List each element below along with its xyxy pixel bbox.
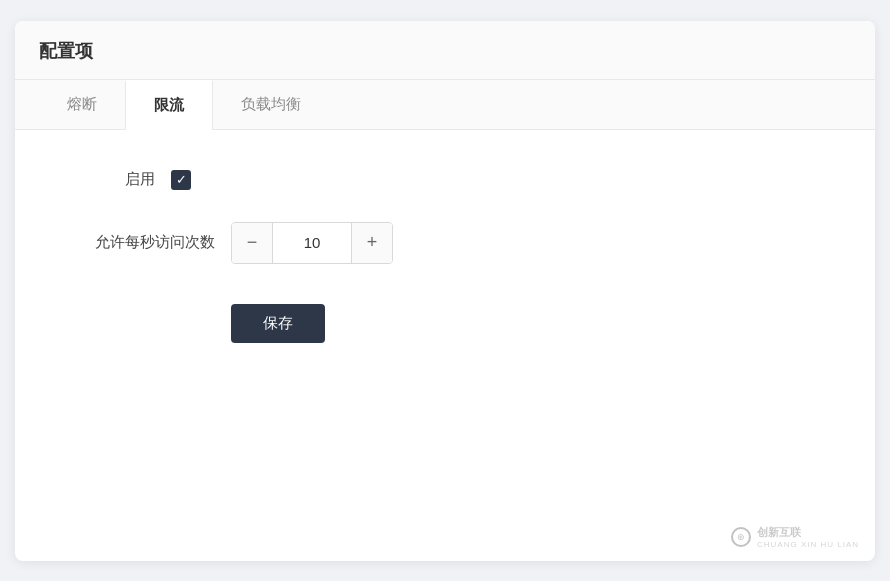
- access-label: 允许每秒访问次数: [75, 233, 215, 252]
- content-area: 启用 ✓ 允许每秒访问次数 − 10 + 保存: [15, 130, 875, 383]
- enable-checkbox[interactable]: ✓: [171, 170, 191, 190]
- page-header: 配置项: [15, 21, 875, 80]
- access-row: 允许每秒访问次数 − 10 +: [75, 222, 815, 264]
- save-button[interactable]: 保存: [231, 304, 325, 343]
- tab-rate-limit[interactable]: 限流: [125, 80, 213, 130]
- tab-fusing[interactable]: 熔断: [39, 80, 125, 129]
- watermark: ⊛ 创新互联 CHUANG XIN HU LIAN: [731, 525, 859, 549]
- save-row: 保存: [75, 304, 815, 343]
- access-value-display: 10: [272, 223, 352, 263]
- watermark-icon: ⊛: [731, 527, 751, 547]
- tab-load-balance[interactable]: 负载均衡: [213, 80, 329, 129]
- enable-row: 启用 ✓: [75, 170, 815, 190]
- decrement-button[interactable]: −: [232, 223, 272, 263]
- page-title: 配置项: [39, 41, 93, 61]
- checkbox-wrapper: ✓: [171, 170, 191, 190]
- watermark-icon-symbol: ⊛: [737, 532, 745, 542]
- main-container: 配置项 熔断 限流 负载均衡 启用 ✓ 允许每秒访问次数 − 10 + 保存: [15, 21, 875, 561]
- increment-button[interactable]: +: [352, 223, 392, 263]
- tabs-container: 熔断 限流 负载均衡: [15, 80, 875, 130]
- watermark-pinyin: CHUANG XIN HU LIAN: [757, 540, 859, 549]
- number-input-group: − 10 +: [231, 222, 393, 264]
- watermark-text-block: 创新互联 CHUANG XIN HU LIAN: [757, 525, 859, 549]
- enable-label: 启用: [75, 170, 155, 189]
- watermark-company: 创新互联: [757, 525, 859, 540]
- checkmark-icon: ✓: [176, 173, 187, 186]
